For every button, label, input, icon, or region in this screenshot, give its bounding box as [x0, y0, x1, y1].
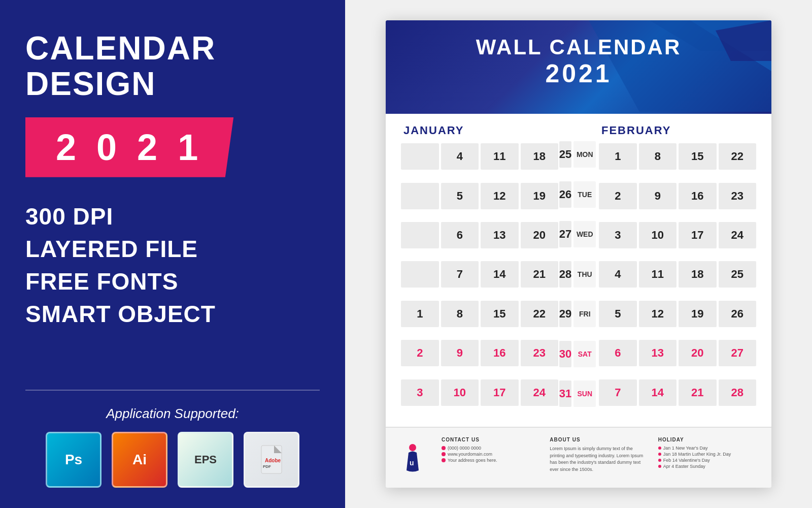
calendar-footer: u CONTACT US (000) 0000 0000 www.yourdom… — [386, 427, 771, 488]
feb-tue-23: 23 — [719, 183, 757, 209]
left-top-content: CALENDAR DESIGN 2 0 2 1 300 DPI LAYERED … — [25, 30, 320, 390]
holiday-2: Jan 18 Martin Luther King Jr. Day — [658, 452, 756, 457]
feb-sun-28: 28 — [719, 379, 757, 406]
feb-wed-17: 17 — [679, 222, 717, 248]
day-label-mon: MON — [573, 141, 596, 168]
web-icon — [442, 452, 446, 456]
ai-label: Ai — [132, 452, 147, 468]
feb-sat-13: 13 — [639, 340, 677, 366]
jan-thu-14: 14 — [481, 261, 519, 288]
year-banner: 2 0 2 1 — [25, 117, 233, 177]
app-icons-row: Ps Ai EPS Adobe PDF — [25, 432, 320, 488]
phone-icon — [442, 446, 446, 450]
holiday-1-text: Jan 1 New Year's Day — [663, 446, 708, 451]
feb-sun-14: 14 — [639, 379, 677, 406]
feb-tue-9: 9 — [639, 183, 677, 209]
jan-fri-1: 1 — [401, 301, 439, 327]
february-grid: 1 8 15 22 2 9 16 23 3 10 17 24 — [599, 143, 756, 417]
calendar-grid: JANUARY 4 11 18 5 12 19 6 — [386, 114, 771, 427]
jan-wed-empty — [401, 222, 439, 248]
feb-thu-25: 25 — [719, 261, 757, 288]
jan-mon-11: 11 — [481, 143, 519, 170]
jan-tue-12: 12 — [481, 183, 519, 209]
holiday-3: Feb 14 Valentine's Day — [658, 458, 756, 463]
feb-sat-27: 27 — [719, 340, 757, 366]
feb-sat-6: 6 — [599, 340, 637, 366]
holiday-4: Apr 4 Easter Sunday — [658, 464, 756, 469]
feb-thu-18: 18 — [679, 261, 717, 288]
jan-tue-26: 26 — [559, 181, 571, 208]
holiday-title: HOLIDAY — [658, 437, 756, 442]
jan-wed-6: 6 — [441, 222, 479, 248]
jan-sat-16: 16 — [481, 340, 519, 366]
jan-fri-29: 29 — [559, 301, 571, 327]
holiday-1: Jan 1 New Year's Day — [658, 446, 756, 451]
feb-fri-12: 12 — [639, 301, 677, 327]
day-label-sun: SUN — [573, 380, 596, 407]
feb-fri-19: 19 — [679, 301, 717, 327]
jan-sun-10: 10 — [441, 379, 479, 406]
features-list: 300 DPI LAYERED FILE FREE FONTS SMART OB… — [25, 203, 216, 333]
contact-phone-text: (000) 0000 0000 — [448, 446, 481, 451]
jan-fri-22: 22 — [521, 301, 559, 327]
footer-about: ABOUT US Lorem Ipsum is simply dummy tex… — [550, 437, 648, 479]
feb-sun-7: 7 — [599, 379, 637, 406]
day-label-thu: THU — [573, 261, 596, 288]
about-title: ABOUT US — [550, 437, 648, 442]
day-label-wed: WED — [573, 221, 596, 247]
jan-sat-2: 2 — [401, 340, 439, 366]
year-text: 2 0 2 1 — [56, 126, 203, 168]
holiday-dot-3 — [658, 459, 661, 462]
jan-sun-17: 17 — [481, 379, 519, 406]
feb-sat-20: 20 — [679, 340, 717, 366]
contact-address-text: Your address goes here. — [448, 458, 497, 463]
jan-fri-8: 8 — [441, 301, 479, 327]
jan-wed-13: 13 — [481, 222, 519, 248]
feb-sun-21: 21 — [679, 379, 717, 406]
jan-thu-28: 28 — [559, 261, 571, 288]
contact-address: Your address goes here. — [442, 458, 539, 463]
jan-fri-15: 15 — [481, 301, 519, 327]
jan-sun-3: 3 — [401, 379, 439, 406]
feb-fri-26: 26 — [719, 301, 757, 327]
january-label: JANUARY — [401, 124, 558, 137]
feature-layered: LAYERED FILE — [25, 235, 216, 263]
february-label: FEBRUARY — [599, 124, 756, 137]
main-title: CALENDAR DESIGN — [25, 30, 320, 102]
holiday-3-text: Feb 14 Valentine's Day — [663, 458, 710, 463]
jan-tue-5: 5 — [441, 183, 479, 209]
february-section: FEBRUARY 1 8 15 22 2 9 16 23 3 — [599, 124, 756, 417]
jan-mon-25: 25 — [559, 141, 571, 168]
jan-wed-27: 27 — [559, 221, 571, 247]
jan-sun-24: 24 — [521, 379, 559, 406]
app-supported-section: Application Supported: Ps Ai EPS Adobe P… — [25, 390, 320, 488]
holiday-dot-1 — [658, 447, 661, 450]
feature-300dpi: 300 DPI — [25, 203, 216, 230]
jan-mon-empty — [401, 143, 439, 170]
photoshop-icon: Ps — [46, 432, 101, 488]
footer-logo: u — [401, 437, 431, 479]
jan-tue-empty — [401, 183, 439, 209]
left-panel: CALENDAR DESIGN 2 0 2 1 300 DPI LAYERED … — [0, 0, 345, 508]
feb-thu-11: 11 — [639, 261, 677, 288]
jan-sun-31: 31 — [559, 380, 571, 407]
holiday-4-text: Apr 4 Easter Sunday — [663, 464, 705, 469]
january-grid: 4 11 18 5 12 19 6 13 20 — [401, 143, 558, 417]
calendar-header-text: WALL CALENDAR 2021 — [396, 36, 761, 88]
pdf-svg-icon: Adobe PDF — [259, 444, 284, 475]
footer-holidays: HOLIDAY Jan 1 New Year's Day Jan 18 Mart… — [658, 437, 756, 479]
contact-phone: (000) 0000 0000 — [442, 446, 539, 451]
feb-fri-5: 5 — [599, 301, 637, 327]
contact-title: CONTACT US — [442, 437, 539, 442]
feb-mon-22: 22 — [719, 143, 757, 170]
day-label-sat: SAT — [573, 341, 596, 367]
january-section: JANUARY 4 11 18 5 12 19 6 — [401, 124, 558, 417]
day-label-tue: TUE — [573, 181, 596, 208]
feb-wed-3: 3 — [599, 222, 637, 248]
ps-label: Ps — [65, 452, 82, 468]
jan-sat-30: 30 — [559, 341, 571, 367]
svg-text:u: u — [410, 459, 414, 467]
feature-smart: SMART OBJECT — [25, 300, 216, 328]
calendar-header: WALL CALENDAR 2021 — [386, 20, 771, 114]
svg-text:PDF: PDF — [263, 464, 271, 469]
